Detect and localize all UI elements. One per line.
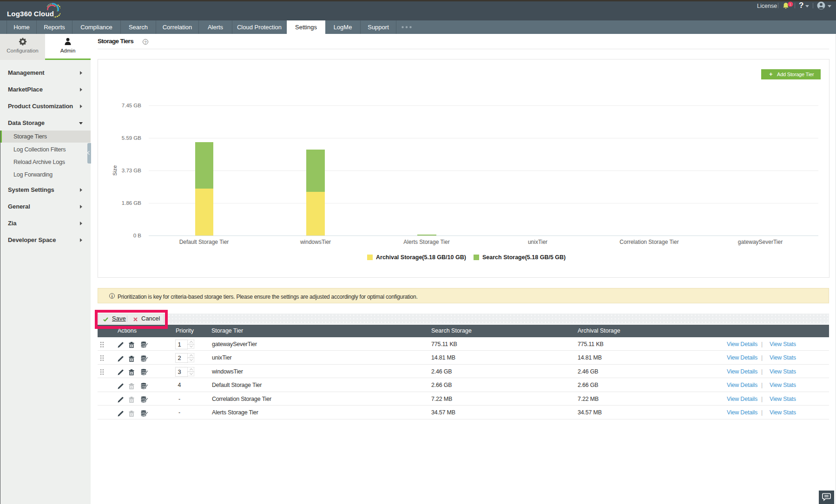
svg-text:3.73 GB: 3.73 GB (122, 168, 142, 173)
svg-text:Alerts Storage Tier: Alerts Storage Tier (403, 239, 449, 245)
svg-text:unixTier: unixTier (528, 239, 547, 245)
svg-text:5.59 GB: 5.59 GB (122, 135, 142, 141)
svg-text:gatewaySeverTier: gatewaySeverTier (738, 239, 783, 245)
svg-text:0 B: 0 B (133, 233, 142, 238)
svg-text:Correlation Storage Tier: Correlation Storage Tier (619, 239, 678, 245)
svg-text:Size: Size (112, 165, 118, 176)
svg-text:Search Storage(5.18 GB/5 GB): Search Storage(5.18 GB/5 GB) (482, 254, 566, 261)
svg-text:Archival Storage(5.18 GB/10 GB: Archival Storage(5.18 GB/10 GB) (376, 254, 466, 261)
svg-text:7.45 GB: 7.45 GB (122, 103, 142, 108)
svg-text:1: 1 (790, 2, 792, 7)
svg-text:Default Storage Tier: Default Storage Tier (179, 239, 229, 245)
svg-text:1.86 GB: 1.86 GB (122, 200, 142, 206)
svg-text:windowsTier: windowsTier (300, 239, 331, 245)
